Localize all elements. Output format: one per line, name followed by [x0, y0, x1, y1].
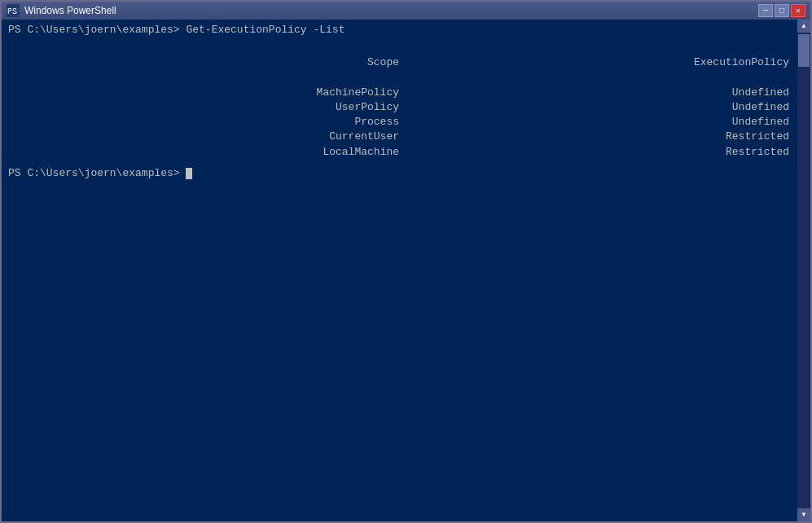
restore-button[interactable]: □	[775, 4, 789, 17]
table-cell-scope: CurrentUser	[8, 130, 399, 144]
table-cell-policy: Undefined	[399, 86, 789, 100]
terminal-content: PS C:\Users\joern\examples> Get-Executio…	[8, 23, 804, 181]
first-prompt-line: PS C:\Users\joern\examples> Get-Executio…	[8, 23, 789, 37]
table-row: LocalMachineRestricted	[8, 145, 789, 160]
powershell-icon: PS	[7, 4, 20, 17]
table-cell-scope: UserPolicy	[8, 100, 399, 115]
powershell-window: PS Windows PowerShell ─ □ ✕ PS C:\Users\…	[0, 0, 812, 523]
scrollbar[interactable]: ▲ ▼	[797, 20, 810, 521]
minimize-button[interactable]: ─	[758, 4, 773, 17]
table-cell-policy: Restricted	[399, 130, 789, 144]
scrollbar-track[interactable]	[797, 33, 810, 508]
table-cell-policy: Undefined	[399, 115, 789, 130]
second-prompt-container: PS C:\Users\joern\examples>	[8, 166, 789, 181]
cursor-blink	[186, 168, 192, 179]
scroll-down-button[interactable]: ▼	[797, 508, 810, 521]
table-data-rows: MachinePolicyUndefinedUserPolicyUndefine…	[8, 86, 789, 160]
table-row: UserPolicyUndefined	[8, 100, 789, 115]
table-cell-scope: LocalMachine	[8, 145, 399, 160]
window-controls: ─ □ ✕	[758, 4, 805, 17]
scrollbar-thumb[interactable]	[798, 34, 810, 67]
table-row: MachinePolicyUndefined	[8, 86, 789, 100]
header-scope: Scope	[8, 41, 399, 86]
table-header-row: Scope ExecutionPolicy	[8, 41, 789, 86]
table-cell-policy: Restricted	[399, 145, 789, 160]
table-row: ProcessUndefined	[8, 115, 789, 130]
second-prompt-line: PS C:\Users\joern\examples>	[8, 167, 186, 179]
table-row: CurrentUserRestricted	[8, 130, 789, 144]
header-policy: ExecutionPolicy	[399, 41, 789, 86]
window-title: Windows PowerShell	[24, 5, 758, 16]
table-cell-policy: Undefined	[399, 100, 789, 115]
output-table: Scope ExecutionPolicy MachinePolicyUndef…	[8, 41, 789, 160]
close-button[interactable]: ✕	[791, 4, 805, 17]
terminal-body[interactable]: PS C:\Users\joern\examples> Get-Executio…	[2, 20, 810, 521]
svg-text:PS: PS	[7, 7, 17, 16]
scroll-up-button[interactable]: ▲	[797, 20, 810, 33]
titlebar: PS Windows PowerShell ─ □ ✕	[2, 2, 810, 20]
table-cell-scope: Process	[8, 115, 399, 130]
table-cell-scope: MachinePolicy	[8, 86, 399, 100]
